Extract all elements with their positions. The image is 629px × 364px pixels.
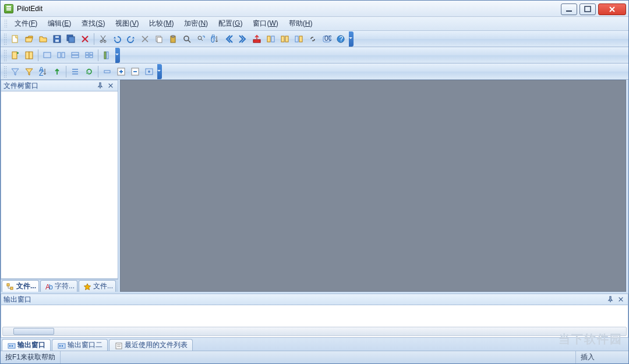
collapse-icon[interactable] (100, 65, 114, 79)
open-folder-icon[interactable] (36, 32, 50, 46)
refresh-icon[interactable] (82, 65, 96, 79)
menu-f[interactable]: 文件(F) (9, 17, 43, 30)
toolbar-grip[interactable] (3, 33, 6, 45)
redo-icon[interactable] (124, 32, 138, 46)
bookmark-add-icon[interactable] (8, 48, 22, 62)
screen-split-icon[interactable] (68, 48, 82, 62)
output-tab[interactable]: 输出窗口 (2, 339, 51, 351)
svg-rect-60 (116, 343, 122, 349)
svg-rect-36 (72, 55, 79, 58)
menu-w[interactable]: 窗口(W) (248, 17, 283, 30)
horizontal-scrollbar[interactable] (2, 327, 627, 336)
output-panel: 输出窗口 输出窗口输出窗口二最近使用的文件列表 (1, 294, 628, 351)
file-tree-title: 文件树窗口 (3, 81, 38, 91)
left-tab[interactable]: Ab字符... (40, 280, 77, 292)
pin-button[interactable] (606, 295, 615, 303)
link-icon[interactable] (306, 32, 320, 46)
svg-text:00: 00 (324, 34, 331, 43)
menu-h[interactable]: 帮助(H) (284, 17, 318, 30)
toolbar-main: A000? (1, 31, 628, 47)
minimize-button[interactable] (561, 3, 577, 15)
open-file-icon[interactable] (22, 32, 36, 46)
left-tab[interactable]: 文件... (79, 280, 116, 292)
toolbar-grip[interactable] (3, 66, 6, 77)
app-icon (4, 4, 13, 13)
options-icon[interactable] (142, 65, 156, 79)
screen1-icon[interactable] (40, 48, 54, 62)
cut-icon[interactable] (96, 32, 110, 46)
svg-point-49 (148, 70, 150, 73)
svg-text:b: b (49, 283, 53, 291)
output-header: 输出窗口 (1, 294, 628, 305)
scrollbar-thumb[interactable] (13, 328, 54, 335)
up-arrow-icon[interactable] (50, 65, 64, 79)
bookmark-list-icon[interactable] (22, 48, 36, 62)
svg-rect-38 (90, 52, 93, 55)
menu-v[interactable]: 视图(V) (110, 17, 144, 30)
menu-m[interactable]: 比较(M) (144, 17, 179, 30)
close-icon[interactable] (78, 32, 92, 46)
file-tree-body[interactable] (1, 91, 118, 279)
panel-close-button[interactable] (106, 82, 115, 90)
nav-prev-icon[interactable] (222, 32, 236, 46)
compare-left-icon[interactable] (264, 32, 278, 46)
output-icon (7, 341, 15, 349)
pin-button[interactable] (96, 82, 105, 90)
left-tab[interactable]: 文件... (2, 280, 39, 292)
output-tab[interactable]: 最近使用的文件列表 (109, 339, 193, 351)
undo-icon[interactable] (110, 32, 124, 46)
find-icon[interactable] (180, 32, 194, 46)
save-icon[interactable] (50, 32, 64, 46)
svg-rect-21 (281, 36, 284, 42)
toolbar-grip[interactable] (3, 50, 6, 61)
menu-n[interactable]: 加密(N) (179, 17, 213, 30)
nav-next-icon[interactable] (236, 32, 250, 46)
svg-point-55 (9, 345, 11, 347)
plus-icon[interactable] (114, 65, 128, 79)
filter-icon[interactable] (8, 65, 22, 79)
screen-grid-icon[interactable] (82, 48, 96, 62)
svg-rect-5 (55, 36, 59, 38)
menu-s[interactable]: 查找(S) (76, 17, 110, 30)
svg-rect-41 (104, 52, 106, 59)
output-body[interactable] (1, 305, 628, 338)
paste-icon[interactable] (166, 32, 180, 46)
sort-icon[interactable]: A0 (208, 32, 222, 46)
svg-rect-7 (69, 37, 75, 43)
panel-close-button[interactable] (616, 295, 626, 303)
toolbar-overflow[interactable] (349, 31, 354, 47)
output-tab[interactable]: 输出窗口二 (52, 339, 108, 351)
minus-icon[interactable] (128, 65, 142, 79)
svg-point-56 (12, 345, 13, 347)
save-all-icon[interactable] (64, 32, 78, 46)
toolbar-overflow[interactable] (157, 64, 162, 79)
svg-text:0: 0 (211, 36, 215, 44)
list-icon[interactable] (68, 65, 82, 79)
hex-icon[interactable]: 00 (320, 32, 334, 46)
copy-icon[interactable] (152, 32, 166, 46)
column-icon[interactable] (100, 48, 114, 62)
menu-e[interactable]: 编辑(E) (43, 17, 76, 30)
compare-right-icon[interactable] (292, 32, 306, 46)
editor-area[interactable] (120, 80, 626, 292)
upload-icon[interactable] (250, 32, 264, 46)
menu-g[interactable]: 配置(G) (213, 17, 248, 30)
svg-rect-29 (12, 52, 17, 59)
app-title: PilotEdit (17, 5, 43, 13)
compare-both-icon[interactable] (278, 32, 292, 46)
close-button[interactable] (598, 3, 626, 15)
new-file-icon[interactable] (8, 32, 22, 46)
toolbar-overflow[interactable] (115, 48, 120, 63)
star-icon (83, 282, 91, 291)
menubar-grip[interactable] (4, 19, 7, 29)
filter2-icon[interactable] (22, 65, 36, 79)
svg-rect-24 (299, 36, 302, 42)
find-replace-icon[interactable] (194, 32, 208, 46)
svg-point-14 (184, 36, 189, 41)
sort-az-icon[interactable]: AZ (36, 65, 50, 79)
maximize-button[interactable] (579, 3, 596, 15)
help-icon[interactable]: ? (334, 32, 348, 46)
menu-bar: 文件(F)编辑(E)查找(S)视图(V)比较(M)加密(N)配置(G)窗口(W)… (1, 17, 628, 31)
cut2-icon[interactable] (138, 32, 152, 46)
screen2-icon[interactable] (54, 48, 68, 62)
